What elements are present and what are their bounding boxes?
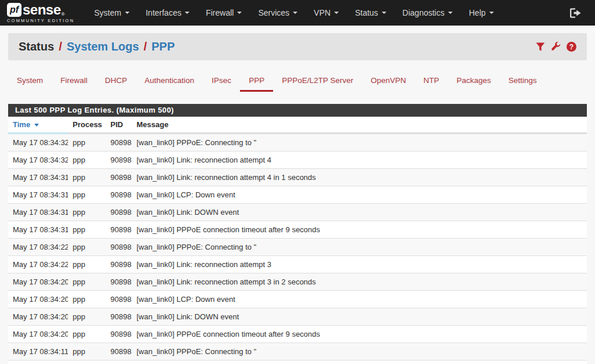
tab[interactable]: Settings: [500, 70, 546, 92]
log-process: ppp: [68, 169, 106, 186]
menu-item-label: Firewall: [206, 8, 234, 17]
breadcrumb-separator: /: [59, 40, 62, 53]
tab[interactable]: IPsec: [203, 70, 240, 92]
log-pid: 90898: [106, 204, 132, 221]
log-message: [wan_link0] Link: DOWN event: [132, 308, 587, 326]
tab[interactable]: PPP: [240, 70, 273, 92]
logout-button[interactable]: [563, 8, 588, 18]
sign-out-icon: [570, 8, 581, 18]
menu-item[interactable]: Status: [347, 0, 395, 26]
column-header-message: Message: [132, 117, 587, 134]
tab[interactable]: OpenVPN: [362, 70, 415, 92]
tab[interactable]: Firewall: [52, 70, 96, 92]
log-category-tabs: System Firewall DHCP Authentication IPse…: [8, 70, 587, 92]
log-row: May 17 08:34:20 ppp 90898 [wan_link0] LC…: [8, 291, 587, 308]
tab[interactable]: PPPoE/L2TP Server: [273, 70, 362, 92]
log-process: ppp: [68, 361, 106, 364]
chevron-down-icon: [125, 12, 130, 14]
chevron-down-icon: [334, 12, 339, 14]
log-message: [wan_link0] Link: reconnection attempt 4…: [132, 169, 587, 186]
menu-item-label: Interfaces: [146, 8, 181, 17]
log-message: [wan_link0] Link: reconnection attempt 3: [132, 256, 587, 273]
log-row: May 17 08:34:11 ppp 90898 [wan_link0] PP…: [8, 343, 587, 361]
log-process: ppp: [68, 239, 106, 256]
menu-item[interactable]: VPN: [306, 0, 347, 26]
tab-label: Settings: [508, 76, 537, 85]
log-process: ppp: [68, 186, 106, 204]
filter-button[interactable]: [536, 42, 545, 52]
pf-logo-box: pf: [7, 3, 21, 17]
tab-label: PPP: [249, 76, 264, 85]
tab-label: PPPoE/L2TP Server: [282, 76, 353, 85]
breadcrumb-separator: /: [144, 40, 147, 53]
log-table-body: May 17 08:34:32 ppp 90898 [wan_link0] PP…: [8, 134, 587, 364]
log-row: May 17 08:34:32 ppp 90898 [wan_link0] Li…: [8, 152, 587, 169]
log-row: May 17 08:34:32 ppp 90898 [wan_link0] PP…: [8, 134, 587, 152]
chevron-down-icon: [237, 12, 242, 14]
wrench-icon: [551, 42, 561, 52]
registered-mark: ®: [62, 12, 65, 17]
log-message: [wan_link0] PPPoE: Connecting to ": [132, 343, 587, 361]
log-process: ppp: [68, 134, 106, 152]
log-panel: Last 500 PPP Log Entries. (Maximum 500) …: [8, 104, 587, 364]
tab-label: System: [17, 76, 43, 85]
log-message: [wan_link0] LCP: Down event: [132, 291, 587, 308]
log-row: May 17 08:34:20 ppp 90898 [wan_link0] PP…: [8, 326, 587, 343]
menu-item[interactable]: Services: [250, 0, 306, 26]
menu-item[interactable]: System: [86, 0, 138, 26]
settings-button[interactable]: [551, 42, 561, 52]
log-pid: 90898: [106, 361, 132, 364]
log-pid: 90898: [106, 273, 132, 291]
tab-label: NTP: [424, 76, 439, 85]
log-row: May 17 08:34:22 ppp 90898 [wan_link0] PP…: [8, 239, 587, 256]
log-time: May 17 08:34:11: [8, 343, 68, 361]
sort-by-time-link[interactable]: Time: [13, 120, 30, 129]
filter-icon: [536, 42, 545, 52]
breadcrumb-section: Status: [19, 40, 54, 53]
tab[interactable]: Authentication: [136, 70, 203, 92]
log-process: ppp: [68, 308, 106, 326]
tab-label: OpenVPN: [371, 76, 406, 85]
menu-item-label: Services: [258, 8, 289, 17]
log-pid: 90898: [106, 186, 132, 204]
tab[interactable]: Packages: [448, 70, 500, 92]
tab[interactable]: NTP: [415, 70, 448, 92]
log-pid: 90898: [106, 343, 132, 361]
breadcrumb-panel: Status / System Logs / PPP ?: [8, 33, 587, 60]
tab-label: DHCP: [105, 76, 127, 85]
log-pid: 90898: [106, 308, 132, 326]
menu-item[interactable]: Interfaces: [138, 0, 198, 26]
log-time: May 17 08:34:31: [8, 169, 68, 186]
menu-item[interactable]: Firewall: [198, 0, 250, 26]
log-time: May 17 08:34:31: [8, 204, 68, 221]
log-message: [wan_link0] Link: reconnection attempt 2: [132, 361, 587, 364]
main-menu: System Interfaces Firewall: [86, 0, 502, 26]
tab[interactable]: System: [8, 70, 52, 92]
log-message: [wan_link0] PPPoE connection timeout aft…: [132, 326, 587, 343]
tab-label: Authentication: [145, 76, 195, 85]
log-row: May 17 08:34:22 ppp 90898 [wan_link0] Li…: [8, 256, 587, 273]
breadcrumb-link-system-logs[interactable]: System Logs: [67, 40, 139, 53]
tab[interactable]: DHCP: [96, 70, 136, 92]
tab-label: IPsec: [212, 76, 231, 85]
log-message: [wan_link0] Link: reconnection attempt 3…: [132, 273, 587, 291]
log-pid: 90898: [106, 256, 132, 273]
menu-item[interactable]: Help: [461, 0, 502, 26]
brand-edition-label: COMMUNITY EDITION: [7, 19, 74, 23]
log-table: Time Process PID Message May 17 08:34:32…: [8, 117, 587, 364]
pfsense-logo[interactable]: pf sense ® COMMUNITY EDITION: [7, 3, 74, 23]
log-message: [wan_link0] Link: reconnection attempt 4: [132, 152, 587, 169]
chevron-down-icon: [185, 12, 189, 14]
chevron-down-icon: [382, 12, 386, 14]
column-header-time[interactable]: Time: [8, 117, 68, 134]
question-circle-icon: ?: [567, 42, 576, 52]
help-button[interactable]: ?: [567, 42, 576, 52]
log-table-header-row: Time Process PID Message: [8, 117, 587, 134]
menu-item-label: Status: [355, 8, 378, 17]
menu-item[interactable]: Diagnostics: [395, 0, 461, 26]
log-process: ppp: [68, 273, 106, 291]
breadcrumb-link-ppp[interactable]: PPP: [152, 40, 175, 53]
tab-label: Firewall: [60, 76, 88, 85]
log-time: May 17 08:34:31: [8, 186, 68, 204]
log-time: May 17 08:34:22: [8, 256, 68, 273]
